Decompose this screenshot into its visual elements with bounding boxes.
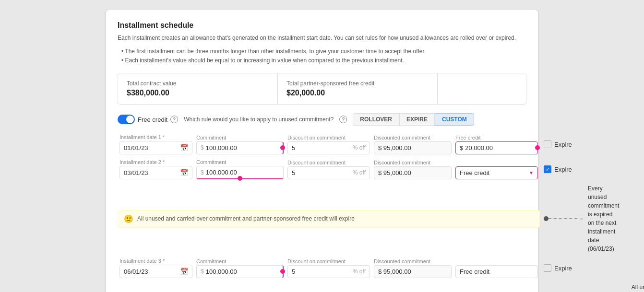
installments-container: Installment date 1 * 01/01/23 📅 Commitme… — [118, 132, 526, 292]
commitment-label-2: Commitment — [196, 159, 284, 165]
total-partner-value: $20,000.00 — [286, 89, 429, 97]
commitment-field-3: Commitment $ 100,000.00 — [194, 257, 286, 280]
expire-button[interactable]: EXPIRE — [399, 113, 435, 126]
annotation-text-1: Every unused commitment is expired on th… — [588, 184, 619, 253]
free-credit-field-2: Free credit Free credit ▼ — [453, 158, 540, 181]
expire-label-3: Expire — [554, 265, 572, 272]
discount-label-2: Discount on commitment — [287, 160, 370, 165]
rule-buttons: ROLLOVER EXPIRE CUSTOM — [353, 113, 474, 126]
date-field-2: Installment date 2 * 03/01/23 📅 — [118, 157, 194, 181]
free-credit-field-3: Free credit Free credit — [453, 257, 540, 280]
calendar-icon-3[interactable]: 📅 — [180, 268, 188, 275]
discounted-input-3: $ 95,000.00 — [374, 265, 452, 278]
date-label-3: Installment date 3 * — [119, 258, 192, 264]
commitment-dot-2 — [238, 176, 242, 181]
expire-label-1: Expire — [554, 141, 572, 148]
free-credit-help-icon[interactable]: ? — [170, 116, 178, 123]
info-banner: 🙂 All unused and carried-over commitment… — [118, 210, 540, 228]
date-input-2[interactable]: 03/01/23 📅 — [119, 166, 192, 179]
commitment-label-1: Commitment — [196, 135, 284, 140]
free-credit-field-1: Free credit $ 20,000.00 — [453, 133, 540, 156]
arrow-right-1: → — [577, 215, 584, 222]
summary-row: Total contract value $380,000.00 Total p… — [118, 73, 526, 105]
rule-question: Which rule would you like to apply to un… — [184, 116, 334, 123]
free-credit-label-h1: Free credit — [455, 135, 538, 140]
annotation-text-2: All unused commitment expires at the off… — [632, 283, 644, 292]
installment-row-3: Installment date 3 * 06/01/23 📅 Commitme… — [118, 256, 526, 280]
expire-label-2: Expire — [554, 166, 572, 173]
discount-input-1[interactable]: 5 % off — [287, 141, 370, 154]
expire-row-2: Expire — [544, 165, 572, 173]
empty-cell — [438, 73, 526, 104]
expire-checkbox-3[interactable] — [544, 264, 551, 272]
total-partner-label: Total partner-sponsored free credit — [286, 80, 429, 87]
date-label-1: Installment date 1 * — [119, 134, 192, 140]
calendar-icon-1[interactable]: 📅 — [180, 144, 188, 152]
discount-label-1: Discount on commitment — [287, 135, 370, 140]
discounted-input-1: $ 95,000.00 — [374, 141, 452, 154]
info-banner-text: All unused and carried-over commitment a… — [137, 215, 355, 222]
commitment-input-2[interactable]: $ 100,000.00 — [196, 166, 284, 179]
card-title: Installment schedule — [118, 21, 526, 30]
smiley-icon: 🙂 — [124, 214, 133, 223]
discount-input-3[interactable]: 5 % off — [287, 265, 370, 278]
discount-field-1: Discount on commitment 5 % off — [286, 133, 372, 156]
dot-dark-1 — [544, 216, 549, 221]
free-credit-toggle[interactable] — [118, 115, 135, 124]
bullet-1: The first installment can be three month… — [121, 47, 526, 56]
date-field-3: Installment date 3 * 06/01/23 📅 — [118, 256, 194, 280]
dashed-line-1 — [549, 218, 577, 219]
info-banner-row: 🙂 All unused and carried-over commitment… — [118, 182, 526, 255]
discounted-label-3: Discounted commitment — [374, 258, 452, 264]
rollover-button[interactable]: ROLLOVER — [353, 113, 399, 126]
expire-row-3: Expire — [544, 264, 572, 272]
free-credit-label: Free credit — [138, 116, 167, 123]
discounted-field-2: Discounted commitment $ 95,000.00 — [372, 158, 453, 181]
expire-row-4: Expire → All unused commitment expires a… — [544, 283, 644, 292]
discounted-label-2: Discounted commitment — [374, 160, 452, 165]
rule-help-icon[interactable]: ? — [339, 116, 347, 123]
expire-col-3: Expire — [540, 262, 576, 274]
installment-row-2: Installment date 2 * 03/01/23 📅 Commitme… — [118, 157, 526, 181]
free-credit-dot-1 — [535, 145, 540, 150]
custom-button[interactable]: CUSTOM — [435, 113, 474, 126]
free-credit-input-1[interactable]: $ 20,000.00 — [455, 141, 538, 154]
dashed-arrow-1: → — [544, 215, 584, 222]
installment-row-1: Installment date 1 * 01/01/23 📅 Commitme… — [118, 132, 526, 156]
free-credit-input-3[interactable]: Free credit — [455, 265, 538, 278]
bullet-2: Each installment's value should be equal… — [121, 56, 526, 65]
expire-checkbox-2[interactable] — [544, 165, 551, 173]
free-credit-input-2[interactable]: Free credit ▼ — [455, 166, 538, 179]
installment-row-4: Installment date 3 * 09/01/23 📅 Commitme… — [118, 281, 526, 292]
toggle-wrap: Free credit ? — [118, 115, 178, 124]
discount-field-3: Discount on commitment 5 % off — [286, 257, 372, 280]
total-partner-cell: Total partner-sponsored free credit $20,… — [278, 73, 438, 104]
discount-input-2[interactable]: 5 % off — [287, 166, 370, 179]
free-credit-dropdown-2[interactable]: ▼ — [529, 170, 534, 175]
dashed-arrow-2: → All unused commitment expires at the o… — [579, 283, 644, 292]
discounted-input-2: $ 95,000.00 — [374, 166, 452, 179]
free-credit-bar: Free credit ? Which rule would you like … — [118, 113, 526, 126]
commitment-label-3: Commitment — [196, 258, 284, 264]
commitment-dot-1 — [280, 145, 285, 150]
commitment-input-3[interactable]: $ 100,000.00 — [196, 265, 284, 278]
total-contract-value: $380,000.00 — [127, 89, 269, 97]
expire-checkbox-1[interactable] — [544, 140, 551, 148]
installment-schedule-card: Installment schedule Each installment cr… — [106, 10, 538, 292]
date-input-1[interactable]: 01/01/23 📅 — [119, 141, 192, 154]
expire-col-2: Expire — [540, 164, 576, 175]
commitment-field-2: Commitment $ 100,000.00 — [194, 157, 286, 181]
card-description: Each installment creates an allowance th… — [118, 34, 526, 42]
expire-col-4: Expire → All unused commitment expires a… — [540, 281, 644, 292]
calendar-icon-2[interactable]: 📅 — [180, 169, 188, 176]
expire-row-1: Expire — [544, 140, 572, 148]
info-banner-wrap: 🙂 All unused and carried-over commitment… — [118, 206, 540, 232]
discount-field-2: Discount on commitment 5 % off — [286, 158, 372, 181]
commitment-input-1[interactable]: $ 100,000.00 — [196, 141, 284, 154]
discounted-field-1: Discounted commitment $ 95,000.00 — [372, 133, 453, 156]
total-contract-label: Total contract value — [127, 80, 269, 87]
date-field-1: Installment date 1 * 01/01/23 📅 — [118, 132, 194, 156]
discounted-label-1: Discounted commitment — [374, 135, 452, 140]
commitment-field-1: Commitment $ 100,000.00 — [194, 133, 286, 156]
date-input-3[interactable]: 06/01/23 📅 — [119, 265, 192, 278]
